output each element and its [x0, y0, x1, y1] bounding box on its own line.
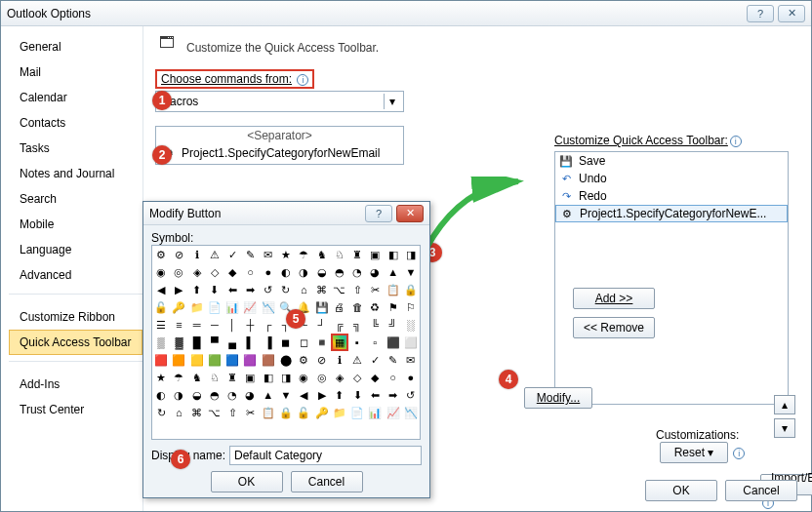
sidebar-item-addins[interactable]: Add-Ins — [9, 372, 142, 397]
symbol-cell[interactable]: ✂ — [241, 404, 259, 421]
symbol-cell[interactable]: ◉ — [152, 263, 170, 281]
help-button[interactable]: ? — [747, 5, 774, 22]
symbol-cell[interactable]: ☂ — [170, 369, 187, 386]
symbol-cell[interactable]: ═ — [188, 316, 206, 334]
dialog-cancel-button[interactable]: Cancel — [291, 471, 363, 492]
symbol-cell[interactable]: ★ — [277, 246, 295, 263]
symbol-cell[interactable]: ◕ — [241, 386, 259, 404]
symbol-cell[interactable]: ◒ — [188, 386, 206, 404]
symbol-cell[interactable]: ◨ — [402, 246, 420, 263]
symbol-cell[interactable]: ♜ — [223, 369, 241, 386]
info-icon[interactable]: i — [297, 74, 308, 86]
choose-commands-dropdown[interactable]: Macros ▾ — [155, 91, 404, 112]
symbol-cell[interactable]: ⇧ — [348, 281, 366, 298]
display-name-input[interactable] — [229, 446, 422, 465]
sidebar-item-quick-access-toolbar[interactable]: Quick Access Toolbar — [9, 330, 142, 355]
sidebar-item-mobile[interactable]: Mobile — [9, 212, 142, 237]
symbol-cell[interactable]: ● — [402, 369, 420, 386]
symbol-cell[interactable]: ▌ — [241, 334, 259, 351]
symbol-cell[interactable]: 📉 — [260, 298, 277, 316]
symbol-cell[interactable]: 🔓 — [152, 298, 170, 316]
symbol-cell[interactable]: ⚙ — [295, 351, 312, 369]
sidebar-item-general[interactable]: General — [9, 34, 142, 59]
qat-item-save[interactable]: 💾Save — [555, 152, 788, 170]
symbol-cell[interactable]: ⌥ — [206, 404, 223, 421]
symbol-cell[interactable]: 📄 — [206, 298, 223, 316]
symbol-cell[interactable]: ○ — [241, 263, 259, 281]
symbol-cell[interactable]: ⬆ — [331, 386, 348, 404]
sidebar-item-contacts[interactable]: Contacts — [9, 110, 142, 136]
symbol-cell[interactable]: ─ — [206, 316, 223, 334]
symbol-cell[interactable]: 📋 — [384, 281, 401, 298]
sidebar-item-language[interactable]: Language — [9, 237, 142, 262]
symbol-cell[interactable]: ⬅ — [366, 386, 384, 404]
symbol-cell[interactable]: ↺ — [402, 386, 420, 404]
symbol-cell[interactable]: ◎ — [312, 369, 330, 386]
symbol-cell[interactable]: ▼ — [402, 263, 420, 281]
sidebar-item-tasks[interactable]: Tasks — [9, 136, 142, 161]
symbol-cell[interactable]: ⬆ — [188, 281, 206, 298]
symbol-cell[interactable]: ◎ — [170, 263, 187, 281]
info-icon[interactable]: i — [733, 448, 745, 459]
symbol-cell[interactable]: ◑ — [170, 386, 187, 404]
remove-button[interactable]: << Remove — [573, 317, 655, 338]
close-button[interactable]: ✕ — [778, 5, 805, 22]
symbol-cell[interactable]: ▣ — [366, 246, 384, 263]
symbol-cell[interactable]: ░ — [402, 316, 420, 334]
symbol-cell[interactable]: ★ — [152, 369, 170, 386]
symbol-cell[interactable]: ◐ — [277, 263, 295, 281]
symbol-cell[interactable]: ◔ — [223, 386, 241, 404]
symbol-cell[interactable]: ➡ — [241, 281, 259, 298]
symbol-cell[interactable]: 📈 — [241, 298, 259, 316]
symbol-cell[interactable]: ⚐ — [402, 298, 420, 316]
separator-item[interactable]: <Separator> — [156, 127, 403, 144]
symbol-cell[interactable]: ≡ — [170, 316, 187, 334]
cancel-button[interactable]: Cancel — [725, 480, 797, 501]
symbol-grid[interactable]: ⚙⊘ℹ⚠✓✎✉★☂♞♘♜▣◧◨◉◎◈◇◆○●◐◑◒◓◔◕▲▼◀▶⬆⬇⬅➡↺↻⌂⌘… — [151, 245, 421, 440]
symbol-cell[interactable]: ▦ — [331, 334, 348, 351]
symbol-cell[interactable]: ⚙ — [152, 246, 170, 263]
sidebar-item-notes[interactable]: Notes and Journal — [9, 161, 142, 186]
symbol-cell[interactable]: ◕ — [366, 263, 384, 281]
dialog-help-button[interactable]: ? — [365, 205, 392, 222]
symbol-cell[interactable]: ◓ — [206, 386, 223, 404]
symbol-cell[interactable]: ♘ — [206, 369, 223, 386]
symbol-cell[interactable]: ● — [260, 263, 277, 281]
symbol-cell[interactable]: ♘ — [331, 246, 348, 263]
symbol-cell[interactable]: ▀ — [206, 334, 223, 351]
symbol-cell[interactable]: 🖨 — [331, 298, 348, 316]
symbol-cell[interactable]: ✎ — [384, 351, 401, 369]
dialog-close-button[interactable]: ✕ — [396, 205, 424, 222]
symbol-cell[interactable]: │ — [223, 316, 241, 334]
symbol-cell[interactable]: 📄 — [348, 404, 366, 421]
symbol-cell[interactable]: ◼ — [277, 334, 295, 351]
symbol-cell[interactable]: ♞ — [312, 246, 330, 263]
symbol-cell[interactable]: 🗑 — [348, 298, 366, 316]
symbol-cell[interactable]: 🟧 — [170, 351, 187, 369]
symbol-cell[interactable]: ▓ — [170, 334, 187, 351]
symbol-cell[interactable]: 🔒 — [402, 281, 420, 298]
symbol-cell[interactable]: ↺ — [260, 281, 277, 298]
symbol-cell[interactable]: ⬇ — [206, 281, 223, 298]
symbol-cell[interactable]: ▐ — [260, 334, 277, 351]
symbol-cell[interactable]: ✂ — [366, 281, 384, 298]
symbol-cell[interactable]: ┌ — [260, 316, 277, 334]
symbol-cell[interactable]: ◈ — [331, 369, 348, 386]
symbol-cell[interactable]: ☂ — [295, 246, 312, 263]
symbol-cell[interactable]: ◈ — [188, 263, 206, 281]
symbol-cell[interactable]: ♜ — [348, 246, 366, 263]
symbol-cell[interactable]: 🟩 — [206, 351, 223, 369]
sidebar-item-calendar[interactable]: Calendar — [9, 85, 142, 110]
symbol-cell[interactable]: 🔑 — [312, 404, 330, 421]
symbol-cell[interactable]: ◾ — [312, 334, 330, 351]
symbol-cell[interactable]: 📋 — [260, 404, 277, 421]
info-icon[interactable]: i — [730, 136, 742, 147]
sidebar-item-search[interactable]: Search — [9, 186, 142, 212]
symbol-cell[interactable]: 📈 — [384, 404, 401, 421]
symbol-cell[interactable]: 📉 — [402, 404, 420, 421]
symbol-cell[interactable]: ▪ — [348, 334, 366, 351]
add-button[interactable]: Add >> — [573, 288, 655, 309]
symbol-cell[interactable]: ⚠ — [206, 246, 223, 263]
symbol-cell[interactable]: ⌂ — [295, 281, 312, 298]
symbol-cell[interactable]: ╔ — [331, 316, 348, 334]
